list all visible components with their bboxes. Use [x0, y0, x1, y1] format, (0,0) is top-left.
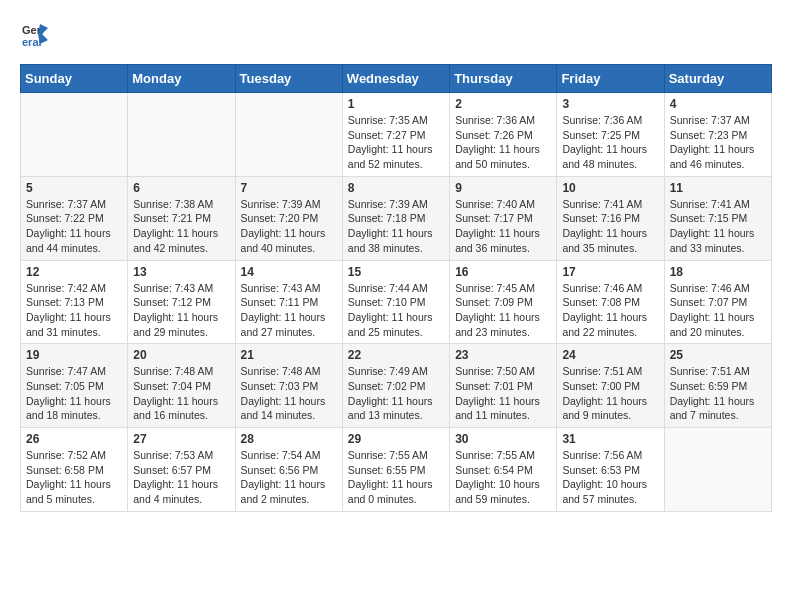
day-info: Sunrise: 7:46 AMSunset: 7:07 PMDaylight:…	[670, 281, 766, 340]
calendar-cell: 28 Sunrise: 7:54 AMSunset: 6:56 PMDaylig…	[235, 428, 342, 512]
day-number: 13	[133, 265, 229, 279]
day-info: Sunrise: 7:52 AMSunset: 6:58 PMDaylight:…	[26, 448, 122, 507]
day-number: 27	[133, 432, 229, 446]
day-number: 22	[348, 348, 444, 362]
day-info: Sunrise: 7:46 AMSunset: 7:08 PMDaylight:…	[562, 281, 658, 340]
day-number: 30	[455, 432, 551, 446]
day-info: Sunrise: 7:54 AMSunset: 6:56 PMDaylight:…	[241, 448, 337, 507]
calendar-cell: 31 Sunrise: 7:56 AMSunset: 6:53 PMDaylig…	[557, 428, 664, 512]
logo: Gen eral	[20, 20, 52, 48]
calendar-cell: 11 Sunrise: 7:41 AMSunset: 7:15 PMDaylig…	[664, 176, 771, 260]
day-info: Sunrise: 7:40 AMSunset: 7:17 PMDaylight:…	[455, 197, 551, 256]
calendar-cell: 27 Sunrise: 7:53 AMSunset: 6:57 PMDaylig…	[128, 428, 235, 512]
day-info: Sunrise: 7:44 AMSunset: 7:10 PMDaylight:…	[348, 281, 444, 340]
day-info: Sunrise: 7:35 AMSunset: 7:27 PMDaylight:…	[348, 113, 444, 172]
calendar-cell: 9 Sunrise: 7:40 AMSunset: 7:17 PMDayligh…	[450, 176, 557, 260]
calendar-cell: 22 Sunrise: 7:49 AMSunset: 7:02 PMDaylig…	[342, 344, 449, 428]
day-number: 5	[26, 181, 122, 195]
day-number: 10	[562, 181, 658, 195]
calendar-cell: 25 Sunrise: 7:51 AMSunset: 6:59 PMDaylig…	[664, 344, 771, 428]
day-number: 24	[562, 348, 658, 362]
calendar-body: 1 Sunrise: 7:35 AMSunset: 7:27 PMDayligh…	[21, 93, 772, 512]
weekday-header-thursday: Thursday	[450, 65, 557, 93]
day-number: 11	[670, 181, 766, 195]
calendar-cell: 26 Sunrise: 7:52 AMSunset: 6:58 PMDaylig…	[21, 428, 128, 512]
calendar-cell: 13 Sunrise: 7:43 AMSunset: 7:12 PMDaylig…	[128, 260, 235, 344]
calendar-cell	[664, 428, 771, 512]
day-number: 28	[241, 432, 337, 446]
calendar-cell	[21, 93, 128, 177]
calendar: SundayMondayTuesdayWednesdayThursdayFrid…	[20, 64, 772, 512]
day-info: Sunrise: 7:50 AMSunset: 7:01 PMDaylight:…	[455, 364, 551, 423]
day-info: Sunrise: 7:36 AMSunset: 7:25 PMDaylight:…	[562, 113, 658, 172]
day-number: 18	[670, 265, 766, 279]
calendar-cell	[235, 93, 342, 177]
day-number: 19	[26, 348, 122, 362]
week-row-1: 5 Sunrise: 7:37 AMSunset: 7:22 PMDayligh…	[21, 176, 772, 260]
day-info: Sunrise: 7:55 AMSunset: 6:54 PMDaylight:…	[455, 448, 551, 507]
weekday-header-wednesday: Wednesday	[342, 65, 449, 93]
week-row-0: 1 Sunrise: 7:35 AMSunset: 7:27 PMDayligh…	[21, 93, 772, 177]
weekday-header-friday: Friday	[557, 65, 664, 93]
day-number: 29	[348, 432, 444, 446]
day-number: 8	[348, 181, 444, 195]
day-info: Sunrise: 7:45 AMSunset: 7:09 PMDaylight:…	[455, 281, 551, 340]
day-number: 31	[562, 432, 658, 446]
day-info: Sunrise: 7:41 AMSunset: 7:16 PMDaylight:…	[562, 197, 658, 256]
day-number: 14	[241, 265, 337, 279]
svg-text:eral: eral	[22, 36, 42, 48]
week-row-3: 19 Sunrise: 7:47 AMSunset: 7:05 PMDaylig…	[21, 344, 772, 428]
calendar-cell: 17 Sunrise: 7:46 AMSunset: 7:08 PMDaylig…	[557, 260, 664, 344]
day-info: Sunrise: 7:51 AMSunset: 6:59 PMDaylight:…	[670, 364, 766, 423]
day-info: Sunrise: 7:56 AMSunset: 6:53 PMDaylight:…	[562, 448, 658, 507]
day-number: 1	[348, 97, 444, 111]
day-number: 3	[562, 97, 658, 111]
day-number: 20	[133, 348, 229, 362]
week-row-2: 12 Sunrise: 7:42 AMSunset: 7:13 PMDaylig…	[21, 260, 772, 344]
day-number: 7	[241, 181, 337, 195]
calendar-cell: 19 Sunrise: 7:47 AMSunset: 7:05 PMDaylig…	[21, 344, 128, 428]
day-number: 4	[670, 97, 766, 111]
calendar-cell: 21 Sunrise: 7:48 AMSunset: 7:03 PMDaylig…	[235, 344, 342, 428]
weekday-header-row: SundayMondayTuesdayWednesdayThursdayFrid…	[21, 65, 772, 93]
weekday-header-saturday: Saturday	[664, 65, 771, 93]
day-number: 6	[133, 181, 229, 195]
calendar-cell: 30 Sunrise: 7:55 AMSunset: 6:54 PMDaylig…	[450, 428, 557, 512]
calendar-cell: 20 Sunrise: 7:48 AMSunset: 7:04 PMDaylig…	[128, 344, 235, 428]
calendar-cell	[128, 93, 235, 177]
day-info: Sunrise: 7:39 AMSunset: 7:18 PMDaylight:…	[348, 197, 444, 256]
day-info: Sunrise: 7:53 AMSunset: 6:57 PMDaylight:…	[133, 448, 229, 507]
day-info: Sunrise: 7:36 AMSunset: 7:26 PMDaylight:…	[455, 113, 551, 172]
calendar-cell: 1 Sunrise: 7:35 AMSunset: 7:27 PMDayligh…	[342, 93, 449, 177]
calendar-cell: 18 Sunrise: 7:46 AMSunset: 7:07 PMDaylig…	[664, 260, 771, 344]
calendar-cell: 16 Sunrise: 7:45 AMSunset: 7:09 PMDaylig…	[450, 260, 557, 344]
day-number: 25	[670, 348, 766, 362]
weekday-header-monday: Monday	[128, 65, 235, 93]
calendar-cell: 14 Sunrise: 7:43 AMSunset: 7:11 PMDaylig…	[235, 260, 342, 344]
day-info: Sunrise: 7:37 AMSunset: 7:23 PMDaylight:…	[670, 113, 766, 172]
day-info: Sunrise: 7:48 AMSunset: 7:03 PMDaylight:…	[241, 364, 337, 423]
calendar-cell: 5 Sunrise: 7:37 AMSunset: 7:22 PMDayligh…	[21, 176, 128, 260]
day-info: Sunrise: 7:51 AMSunset: 7:00 PMDaylight:…	[562, 364, 658, 423]
day-info: Sunrise: 7:55 AMSunset: 6:55 PMDaylight:…	[348, 448, 444, 507]
calendar-cell: 24 Sunrise: 7:51 AMSunset: 7:00 PMDaylig…	[557, 344, 664, 428]
calendar-cell: 23 Sunrise: 7:50 AMSunset: 7:01 PMDaylig…	[450, 344, 557, 428]
day-info: Sunrise: 7:39 AMSunset: 7:20 PMDaylight:…	[241, 197, 337, 256]
day-info: Sunrise: 7:38 AMSunset: 7:21 PMDaylight:…	[133, 197, 229, 256]
day-number: 16	[455, 265, 551, 279]
day-info: Sunrise: 7:37 AMSunset: 7:22 PMDaylight:…	[26, 197, 122, 256]
day-number: 12	[26, 265, 122, 279]
day-number: 23	[455, 348, 551, 362]
day-number: 17	[562, 265, 658, 279]
calendar-cell: 12 Sunrise: 7:42 AMSunset: 7:13 PMDaylig…	[21, 260, 128, 344]
day-info: Sunrise: 7:43 AMSunset: 7:11 PMDaylight:…	[241, 281, 337, 340]
day-number: 2	[455, 97, 551, 111]
week-row-4: 26 Sunrise: 7:52 AMSunset: 6:58 PMDaylig…	[21, 428, 772, 512]
calendar-cell: 7 Sunrise: 7:39 AMSunset: 7:20 PMDayligh…	[235, 176, 342, 260]
day-info: Sunrise: 7:49 AMSunset: 7:02 PMDaylight:…	[348, 364, 444, 423]
day-info: Sunrise: 7:47 AMSunset: 7:05 PMDaylight:…	[26, 364, 122, 423]
logo-icon: Gen eral	[20, 20, 48, 48]
day-number: 9	[455, 181, 551, 195]
day-number: 26	[26, 432, 122, 446]
weekday-header-tuesday: Tuesday	[235, 65, 342, 93]
